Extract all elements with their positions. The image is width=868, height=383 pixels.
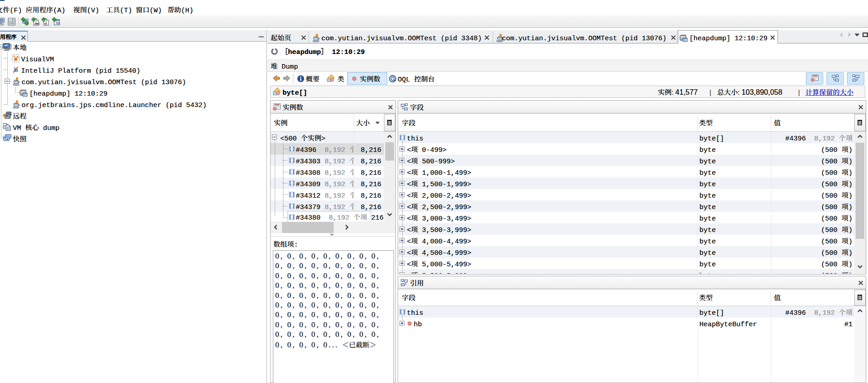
svg-text:JMX: JMX [34, 22, 40, 25]
svg-text:01: 01 [44, 22, 47, 25]
